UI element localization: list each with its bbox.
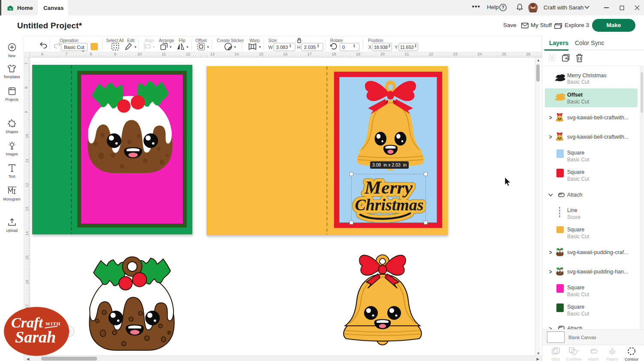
svg-text:?: ?: [501, 5, 504, 10]
